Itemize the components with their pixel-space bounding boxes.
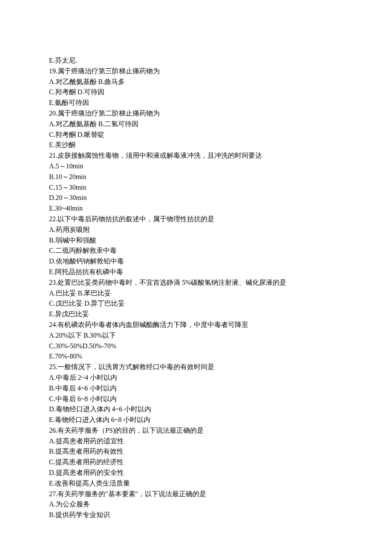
text-line: 21.皮肤接触腐蚀性毒物，须用中和液或解毒液冲洗，且冲洗的时间要达: [49, 150, 343, 161]
text-line: C.羟考酮 D.哌替啶: [49, 130, 343, 140]
document-body: E.芬太尼.19.属于癌痛治疗第三阶梯止痛药物为A.对乙酰氨基酚 B.曲马多C.…: [49, 55, 343, 520]
text-line: B.提供药学专业知识: [49, 510, 343, 520]
text-line: B.提高患者用药的有效性: [49, 446, 343, 457]
text-line: C.戊巴比妥 D.异丁巴比妥: [49, 298, 343, 309]
text-line: C.中毒后 6~8 小时以内: [49, 394, 343, 405]
text-line: 27.有关药学服务的"基本要素"，以下说法最正确的是: [49, 489, 343, 500]
text-line: A.对乙酰氨基酚 B.二氢可待因: [49, 119, 343, 130]
text-line: A.巴比妥 B.苯巴比妥: [49, 288, 343, 299]
text-line: E.美沙酮: [49, 140, 343, 150]
text-line: B.弱碱中和强酸: [49, 235, 343, 246]
text-line: E.芬太尼.: [49, 55, 343, 66]
text-line: 20.属于癌痛治疗第二阶梯止痛药物为: [49, 108, 343, 119]
text-line: 26.有关药学服务（PS)的目的，以下说法最正确的是: [49, 425, 343, 436]
text-line: E.毒物经口进入体内 6~8 小时以内: [49, 415, 343, 425]
text-line: A.5～10min: [49, 161, 343, 172]
text-line: E.30~40min: [49, 203, 343, 214]
text-line: E.阿托品拮抗有机磷中毒: [49, 267, 343, 278]
text-line: 24.有机磷农药中毒者体内血胆碱酯酶活力下降，中度中毒者可降至: [49, 320, 343, 330]
text-line: A.为公众服务: [49, 499, 343, 510]
text-line: E.改善和提高人类生活质量: [49, 478, 343, 489]
text-line: A.提高患者用药的适宜性: [49, 436, 343, 447]
text-line: 23.处置巴比妥类药物中毒时，不宜首选静滴 5%碳酸氢钠注射液、碱化尿液的是: [49, 278, 343, 288]
text-line: C.羟考酮 D.可待因: [49, 87, 343, 98]
text-line: 25.一般情况下，以洗胃方式解救经口中毒的有效时间是: [49, 362, 343, 373]
text-line: A.20%以下 B.30%以下: [49, 330, 343, 341]
text-line: E.氨酚可待因: [49, 98, 343, 108]
text-line: C.15～30min: [49, 182, 343, 193]
text-line: A.中毒后 2~4 小时以内: [49, 373, 343, 383]
text-line: D.提高患者用药的安全性: [49, 468, 343, 478]
text-line: B.10～20min: [49, 172, 343, 182]
text-line: 19.属于癌痛治疗第三阶梯止痛药物为: [49, 66, 343, 77]
text-line: C.30%-50%D.50%-70%: [49, 341, 343, 352]
text-line: C.提高患者用药的经济性: [49, 457, 343, 468]
text-line: D.依地酸钙钠解救铅中毒: [49, 256, 343, 267]
text-line: E.异戊巴比妥: [49, 309, 343, 320]
text-line: D.毒物经口进入体内 4~6 小时以内: [49, 404, 343, 415]
text-line: E.70%-80%: [49, 351, 343, 362]
text-line: C.二巯丙醇解救汞中毒: [49, 246, 343, 256]
text-line: B.中毒后 4~6 小时以内: [49, 383, 343, 394]
text-line: D.20～30min: [49, 193, 343, 203]
text-line: 22.以下中毒后药物拮抗的叙述中，属于物理性拮抗的是: [49, 214, 343, 225]
text-line: A.对乙酰氨基酚 B.曲马多: [49, 77, 343, 87]
text-line: A.药用炭吸附: [49, 225, 343, 235]
